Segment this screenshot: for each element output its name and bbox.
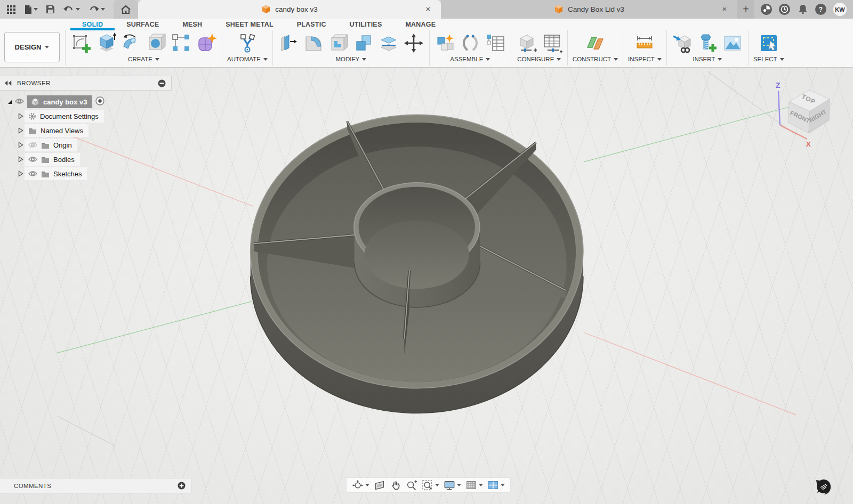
visibility-eye-icon[interactable] <box>28 170 37 177</box>
measure-icon[interactable] <box>634 32 655 54</box>
visibility-off-eye-icon[interactable] <box>28 142 37 148</box>
viewports-caret[interactable] <box>501 484 505 486</box>
configuration-table-icon[interactable] <box>541 32 562 54</box>
center-compartment <box>354 183 480 307</box>
comments-bar[interactable]: COMMENTS <box>0 478 191 493</box>
grid-settings[interactable] <box>465 479 484 492</box>
browser-row-sketches[interactable]: Sketches <box>0 168 172 180</box>
job-status-icon[interactable] <box>779 4 790 15</box>
visibility-eye-icon[interactable] <box>15 98 24 106</box>
new-tab-button[interactable]: + <box>737 0 754 19</box>
assistant-chat-bubble[interactable] <box>816 479 832 495</box>
canvas-icon[interactable] <box>722 32 743 54</box>
insert-derive-icon[interactable] <box>672 32 693 54</box>
display-settings-caret[interactable] <box>457 484 461 486</box>
rectangular-pattern-icon[interactable] <box>171 32 192 54</box>
zoom-window-tool[interactable] <box>421 479 440 492</box>
tab-sheet-metal[interactable]: SHEET METAL <box>214 19 285 30</box>
fillet-icon[interactable] <box>303 32 324 54</box>
close-tab-icon[interactable]: × <box>423 4 433 14</box>
document-tab-active[interactable]: candy box v3 × <box>138 0 441 19</box>
collapsed-triangle-icon[interactable] <box>17 170 25 177</box>
avatar[interactable]: KW <box>833 3 847 16</box>
shell-icon[interactable] <box>328 32 349 54</box>
save-button[interactable] <box>46 5 55 14</box>
group-label-automate[interactable]: AUTOMATE <box>227 56 268 62</box>
document-tab-title: Candy Box Lid v3 <box>568 5 624 13</box>
group-label-select[interactable]: SELECT <box>753 56 784 62</box>
hole-icon[interactable] <box>146 32 167 54</box>
titlebar-right-icons: ? KW <box>754 0 853 19</box>
collapsed-triangle-icon[interactable] <box>17 127 25 134</box>
design-workspace-dropdown[interactable]: DESIGN <box>4 32 60 62</box>
zoom-window-caret[interactable] <box>435 484 439 486</box>
create-sketch-icon[interactable] <box>70 32 92 54</box>
viewport-3d[interactable]: TOP FRONT RIGHT Z X BROWSER candy box v3 <box>0 68 853 504</box>
expand-triangle-icon[interactable] <box>6 99 14 105</box>
zoom-tool[interactable] <box>405 479 418 492</box>
display-settings[interactable] <box>443 479 462 492</box>
document-tab-inactive[interactable]: Candy Box Lid v3 × <box>441 0 737 19</box>
tab-solid[interactable]: SOLID <box>70 19 115 30</box>
group-label-insert[interactable]: INSERT <box>693 56 722 62</box>
group-label-configure[interactable]: CONFIGURE <box>517 56 561 62</box>
collapsed-triangle-icon[interactable] <box>17 156 25 162</box>
create-form-icon[interactable] <box>196 32 217 54</box>
redo-caret[interactable] <box>101 8 105 11</box>
group-label-assemble[interactable]: ASSEMBLE <box>450 56 490 62</box>
group-label-create[interactable]: CREATE <box>128 56 159 62</box>
extrude-icon[interactable] <box>95 32 117 54</box>
grid-settings-caret[interactable] <box>479 484 483 486</box>
group-label-modify[interactable]: MODIFY <box>335 56 366 62</box>
automate-icon[interactable] <box>237 32 258 54</box>
undo-button[interactable] <box>63 5 80 14</box>
display-mode-icon[interactable] <box>158 79 166 87</box>
bom-table-icon[interactable] <box>485 32 506 54</box>
browser-root-row[interactable]: candy box v3 <box>0 96 172 108</box>
offset-face-icon[interactable] <box>378 32 399 54</box>
view-cube[interactable]: TOP FRONT RIGHT Z X <box>758 79 838 149</box>
orbit-tool[interactable] <box>351 479 370 492</box>
collapsed-triangle-icon[interactable] <box>17 142 25 148</box>
move-copy-icon[interactable] <box>403 32 424 54</box>
add-comment-icon[interactable] <box>178 482 186 490</box>
new-component-icon[interactable] <box>434 32 456 54</box>
browser-row-document-settings[interactable]: Document Settings <box>0 110 172 122</box>
tab-plastic[interactable]: PLASTIC <box>285 19 338 30</box>
visibility-eye-icon[interactable] <box>28 156 37 162</box>
tab-mesh[interactable]: MESH <box>171 19 214 30</box>
activate-component-radio[interactable] <box>95 96 104 107</box>
component-root-item[interactable]: candy box v3 <box>27 95 92 108</box>
revolve-icon[interactable] <box>120 32 142 54</box>
pan-tool[interactable] <box>389 479 402 492</box>
tab-manage[interactable]: MANAGE <box>393 19 447 30</box>
combine-icon[interactable] <box>353 32 374 54</box>
notifications-bell-icon[interactable] <box>797 4 808 15</box>
collapse-panel-icon[interactable] <box>4 80 12 86</box>
browser-row-bodies[interactable]: Bodies <box>0 153 172 165</box>
redo-button[interactable] <box>88 5 105 14</box>
file-menu-button[interactable] <box>24 5 38 14</box>
app-launcher-icon[interactable] <box>6 5 16 14</box>
orbit-caret[interactable] <box>365 484 369 486</box>
viewports-tool[interactable] <box>487 479 505 492</box>
collapsed-triangle-icon[interactable] <box>17 113 25 119</box>
help-icon[interactable]: ? <box>815 4 826 15</box>
group-label-construct[interactable]: CONSTRUCT <box>573 56 618 62</box>
configuration-icon[interactable] <box>516 32 537 54</box>
close-tab-icon[interactable]: × <box>719 4 730 14</box>
browser-row-origin[interactable]: Origin <box>0 139 172 151</box>
extensions-icon[interactable] <box>761 4 772 15</box>
construction-plane-icon[interactable] <box>584 32 606 54</box>
group-label-inspect[interactable]: INSPECT <box>628 56 662 62</box>
tab-surface[interactable]: SURFACE <box>115 19 171 30</box>
joint-icon[interactable] <box>460 32 481 54</box>
home-tab-button[interactable] <box>114 0 138 19</box>
browser-row-named-views[interactable]: Named Views <box>0 125 172 136</box>
look-at-tool[interactable] <box>373 479 386 492</box>
press-pull-icon[interactable] <box>278 32 299 54</box>
insert-fastener-icon[interactable] <box>697 32 718 54</box>
select-tool-icon[interactable] <box>758 32 779 54</box>
tab-utilities[interactable]: UTILITIES <box>338 19 394 30</box>
undo-caret[interactable] <box>76 8 80 11</box>
